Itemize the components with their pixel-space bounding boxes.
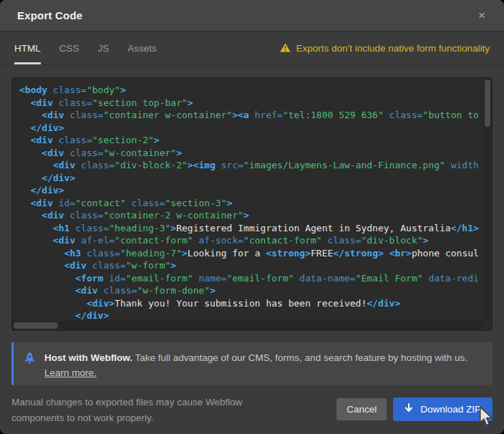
tab-assets[interactable]: Assets (127, 32, 157, 64)
modal-header: Export Code × (0, 0, 504, 32)
code-viewer: <body class="body"> <div class="section … (11, 77, 493, 331)
code-line: <form id="email-form" name="email-form" … (19, 272, 483, 285)
export-code-modal: Export Code × HTML CSS JS Assets Expor (0, 0, 504, 434)
code-line: <div class="w-form"> (19, 259, 483, 272)
code-line: <div af-el="contact-form" af-sock="conta… (19, 234, 483, 247)
code-line: <div class="div-block-2"><img src="image… (19, 159, 483, 172)
hosting-banner: Host with Webflow. Take full advantage o… (11, 342, 493, 385)
cancel-button[interactable]: Cancel (336, 398, 387, 420)
code-line: <h3 class="heading-7">Looking for a <str… (19, 247, 483, 260)
code-line: <div class="container-2 w-container"> (19, 209, 483, 222)
banner-text: Host with Webflow. Take full advantage o… (44, 350, 467, 380)
code-line: <div class="section top-bar"> (19, 97, 483, 110)
close-icon[interactable]: × (477, 8, 487, 23)
vertical-scrollbar[interactable] (483, 78, 492, 321)
code-line: </div> (19, 184, 483, 197)
code-line: </div> (19, 122, 483, 135)
footer-note-line-2: components to not work properly. (11, 410, 242, 426)
horizontal-scrollbar-thumb[interactable] (14, 322, 58, 329)
banner-body: Take full advantage of our CMS, forms, a… (132, 352, 467, 363)
form-warning: Exports don't include native form functi… (280, 32, 490, 64)
code-line: <div class="section-2"> (19, 134, 483, 147)
code-content[interactable]: <body class="body"> <div class="section … (12, 78, 483, 321)
rocket-icon (24, 350, 36, 369)
tab-html[interactable]: HTML (14, 32, 41, 64)
vertical-scrollbar-thumb[interactable] (485, 79, 490, 127)
code-line: <div>Thank you! Your submission has been… (19, 297, 483, 310)
code-line: <body class="body"> (19, 84, 483, 97)
footer-buttons: Cancel Download ZIP (336, 397, 493, 421)
footer-note-line-1: Manual changes to exported files may cau… (11, 395, 242, 410)
code-line: </div> (19, 309, 483, 321)
warning-text: Exports don't include native form functi… (296, 43, 490, 54)
modal-title: Export Code (17, 9, 477, 21)
download-zip-label: Download ZIP (420, 404, 481, 415)
code-line: <div class="w-form-done"> (19, 284, 483, 297)
code-line: <div class="container w-container"><a hr… (19, 109, 483, 122)
tab-css[interactable]: CSS (59, 32, 79, 64)
footer-note: Manual changes to exported files may cau… (11, 395, 242, 426)
learn-more-link[interactable]: Learn more. (44, 367, 97, 378)
warning-triangle-icon (280, 43, 291, 54)
code-line: <div class="w-container"> (19, 147, 483, 160)
download-arrow-icon (404, 403, 413, 415)
download-zip-button[interactable]: Download ZIP (393, 397, 493, 421)
export-code-screen: Export Code × HTML CSS JS Assets Expor (0, 0, 504, 434)
banner-title: Host with Webflow. (44, 352, 132, 363)
code-line: </div> (19, 172, 483, 185)
tab-js[interactable]: JS (98, 32, 110, 64)
tab-bar: HTML CSS JS Assets Exports don't include… (0, 32, 504, 65)
code-line: <h1 class="heading-3">Registered Immigra… (19, 222, 483, 235)
tabs: HTML CSS JS Assets (14, 32, 157, 64)
code-line: <div id="contact" class="section-3"> (19, 197, 483, 210)
horizontal-scrollbar[interactable] (12, 321, 483, 330)
